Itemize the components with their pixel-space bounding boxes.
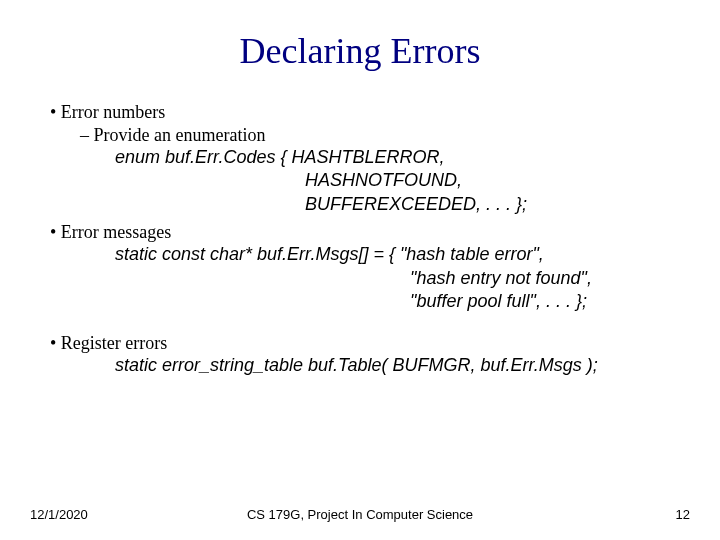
slide-container: Declaring Errors Error numbers Provide a… [0,0,720,540]
bullet-register-errors: Register errors [50,333,690,354]
footer-date: 12/1/2020 [30,507,130,522]
footer: 12/1/2020 CS 179G, Project In Computer S… [30,507,690,522]
spacer [30,313,690,327]
bullet-error-messages: Error messages [50,222,690,243]
code-msgs: static const char* buf.Err.Msgs[] = { "h… [115,243,690,313]
bullet-provide-enum: Provide an enumeration [80,125,690,146]
code-register: static error_string_table buf.Table( BUF… [115,354,690,377]
footer-course: CS 179G, Project In Computer Science [130,507,590,522]
code-enum: enum buf.Err.Codes { HASHTBLERROR, HASHN… [115,146,690,216]
slide-title: Declaring Errors [30,30,690,72]
bullet-error-numbers: Error numbers [50,102,690,123]
footer-page: 12 [590,507,690,522]
